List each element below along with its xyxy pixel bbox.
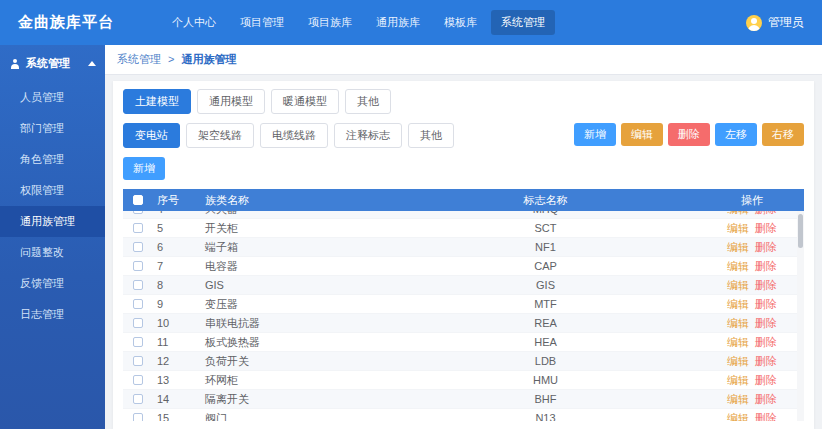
header-name: 族类名称 bbox=[201, 193, 391, 208]
add-row: 新增 bbox=[123, 157, 804, 180]
edit-link[interactable]: 编辑 bbox=[727, 374, 749, 386]
delete-link[interactable]: 删除 bbox=[755, 374, 777, 386]
app-title: 金曲族库平台 bbox=[18, 13, 114, 32]
main-content: 系统管理 > 通用族管理 土建模型通用模型暖通模型其他 变电站架空线路电缆线路注… bbox=[105, 45, 822, 429]
sidebar-item-7[interactable]: 日志管理 bbox=[0, 299, 105, 330]
row-checkbox[interactable] bbox=[133, 211, 143, 214]
sidebar-group-system[interactable]: 系统管理 bbox=[0, 45, 105, 82]
row-name: 端子箱 bbox=[201, 240, 391, 255]
edit-link[interactable]: 编辑 bbox=[727, 241, 749, 253]
table-header: 序号 族类名称 标志名称 操作 bbox=[123, 189, 804, 211]
table-body: 4灭火器MHQ编辑删除5开关柜SCT编辑删除6端子箱NF1编辑删除7电容器CAP… bbox=[123, 211, 804, 421]
sidebar-item-6[interactable]: 反馈管理 bbox=[0, 268, 105, 299]
delete-link[interactable]: 删除 bbox=[755, 298, 777, 310]
row-name: 负荷开关 bbox=[201, 354, 391, 369]
toolbar-button-1[interactable]: 编辑 bbox=[621, 123, 663, 146]
row-actions: 编辑删除 bbox=[700, 221, 804, 236]
edit-link[interactable]: 编辑 bbox=[727, 298, 749, 310]
table-row: 12负荷开关LDB编辑删除 bbox=[123, 352, 804, 371]
edit-link[interactable]: 编辑 bbox=[727, 211, 749, 215]
topnav-item-0[interactable]: 个人中心 bbox=[162, 10, 226, 35]
row-index: 14 bbox=[153, 393, 201, 405]
delete-link[interactable]: 删除 bbox=[755, 222, 777, 234]
category-tab-2[interactable]: 暖通模型 bbox=[271, 89, 339, 114]
toolbar-button-4[interactable]: 右移 bbox=[762, 123, 804, 146]
user-menu[interactable]: 管理员 bbox=[746, 14, 804, 31]
delete-link[interactable]: 删除 bbox=[755, 412, 777, 422]
row-actions: 编辑删除 bbox=[700, 373, 804, 388]
row-checkbox-cell bbox=[123, 299, 153, 309]
row-checkbox[interactable] bbox=[133, 375, 143, 385]
topnav-item-5[interactable]: 系统管理 bbox=[491, 10, 555, 35]
edit-link[interactable]: 编辑 bbox=[727, 336, 749, 348]
row-actions: 编辑删除 bbox=[700, 278, 804, 293]
delete-link[interactable]: 删除 bbox=[755, 260, 777, 272]
sidebar-item-0[interactable]: 人员管理 bbox=[0, 82, 105, 113]
sidebar-item-5[interactable]: 问题整改 bbox=[0, 237, 105, 268]
content-card: 土建模型通用模型暖通模型其他 变电站架空线路电缆线路注释标志其他 新增编辑删除左… bbox=[113, 81, 814, 429]
scrollbar-thumb[interactable] bbox=[798, 214, 803, 248]
edit-link[interactable]: 编辑 bbox=[727, 355, 749, 367]
delete-link[interactable]: 删除 bbox=[755, 279, 777, 291]
topnav-item-2[interactable]: 项目族库 bbox=[298, 10, 362, 35]
delete-link[interactable]: 删除 bbox=[755, 317, 777, 329]
delete-link[interactable]: 删除 bbox=[755, 211, 777, 215]
header-checkbox-cell bbox=[123, 195, 153, 205]
delete-link[interactable]: 删除 bbox=[755, 336, 777, 348]
type-tab-2[interactable]: 电缆线路 bbox=[260, 123, 328, 148]
toolbar-button-2[interactable]: 删除 bbox=[668, 123, 710, 146]
row-checkbox-cell bbox=[123, 211, 153, 214]
category-tab-1[interactable]: 通用模型 bbox=[197, 89, 265, 114]
page-body: 系统管理 人员管理部门管理角色管理权限管理通用族管理问题整改反馈管理日志管理 系… bbox=[0, 45, 822, 429]
topnav-item-3[interactable]: 通用族库 bbox=[366, 10, 430, 35]
row-name: 电容器 bbox=[201, 259, 391, 274]
row-checkbox[interactable] bbox=[133, 413, 143, 421]
row-checkbox[interactable] bbox=[133, 261, 143, 271]
row-checkbox[interactable] bbox=[133, 223, 143, 233]
topnav-item-4[interactable]: 模板库 bbox=[434, 10, 487, 35]
edit-link[interactable]: 编辑 bbox=[727, 222, 749, 234]
row-index: 15 bbox=[153, 412, 201, 421]
delete-link[interactable]: 删除 bbox=[755, 393, 777, 405]
row-checkbox[interactable] bbox=[133, 394, 143, 404]
row-checkbox[interactable] bbox=[133, 299, 143, 309]
edit-link[interactable]: 编辑 bbox=[727, 260, 749, 272]
sidebar-item-4[interactable]: 通用族管理 bbox=[0, 206, 105, 237]
delete-link[interactable]: 删除 bbox=[755, 241, 777, 253]
sidebar-item-2[interactable]: 角色管理 bbox=[0, 144, 105, 175]
edit-link[interactable]: 编辑 bbox=[727, 393, 749, 405]
header-code: 标志名称 bbox=[391, 193, 700, 208]
row-checkbox-cell bbox=[123, 375, 153, 385]
delete-link[interactable]: 删除 bbox=[755, 355, 777, 367]
row-checkbox[interactable] bbox=[133, 242, 143, 252]
sidebar-item-3[interactable]: 权限管理 bbox=[0, 175, 105, 206]
table-row: 9变压器MTF编辑删除 bbox=[123, 295, 804, 314]
row-checkbox[interactable] bbox=[133, 318, 143, 328]
toolbar-button-0[interactable]: 新增 bbox=[574, 123, 616, 146]
toolbar-button-3[interactable]: 左移 bbox=[715, 123, 757, 146]
type-tab-4[interactable]: 其他 bbox=[408, 123, 454, 148]
row-name: 开关柜 bbox=[201, 221, 391, 236]
category-tab-0[interactable]: 土建模型 bbox=[123, 89, 191, 114]
row-index: 11 bbox=[153, 336, 201, 348]
sidebar-item-1[interactable]: 部门管理 bbox=[0, 113, 105, 144]
add-button[interactable]: 新增 bbox=[123, 157, 165, 180]
row-checkbox[interactable] bbox=[133, 337, 143, 347]
category-tab-3[interactable]: 其他 bbox=[345, 89, 391, 114]
type-tab-1[interactable]: 架空线路 bbox=[186, 123, 254, 148]
breadcrumb-parent[interactable]: 系统管理 bbox=[117, 53, 161, 65]
type-tab-3[interactable]: 注释标志 bbox=[334, 123, 402, 148]
edit-link[interactable]: 编辑 bbox=[727, 279, 749, 291]
row-code: HEA bbox=[391, 336, 700, 348]
type-tab-0[interactable]: 变电站 bbox=[123, 123, 180, 148]
topnav-item-1[interactable]: 项目管理 bbox=[230, 10, 294, 35]
table-scrollbar[interactable] bbox=[797, 211, 804, 421]
row-checkbox[interactable] bbox=[133, 280, 143, 290]
row-code: NF1 bbox=[391, 241, 700, 253]
row-checkbox[interactable] bbox=[133, 356, 143, 366]
row-code: MHQ bbox=[391, 211, 700, 215]
edit-link[interactable]: 编辑 bbox=[727, 317, 749, 329]
user-name: 管理员 bbox=[768, 14, 804, 31]
edit-link[interactable]: 编辑 bbox=[727, 412, 749, 422]
select-all-checkbox[interactable] bbox=[133, 195, 143, 205]
